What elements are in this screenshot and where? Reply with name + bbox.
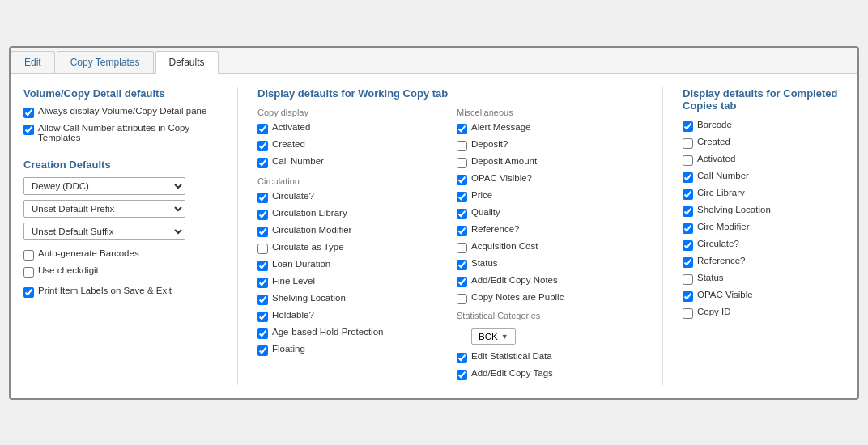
floating-checkbox[interactable] <box>257 345 268 356</box>
edit-stat-checkbox[interactable] <box>457 353 467 363</box>
acq-cost-row: Acquisition Cost <box>457 241 643 253</box>
r-circulate-checkbox[interactable] <box>683 240 693 251</box>
r-reference-label: Reference? <box>697 256 745 265</box>
tab-defaults[interactable]: Defaults <box>155 51 219 74</box>
cp-callnumber-checkbox[interactable] <box>257 158 268 168</box>
alert-msg-row: Alert Message <box>457 122 643 134</box>
prefix-select[interactable]: Unset Default Prefix <box>23 200 185 218</box>
age-hold-checkbox[interactable] <box>257 328 268 339</box>
copy-circulation-col: Copy display Activated Created Call Numb… <box>257 108 444 385</box>
print-labels-checkbox[interactable] <box>23 287 34 298</box>
r-opac-visible-label: OPAC Visible <box>697 290 753 299</box>
r-reference-checkbox[interactable] <box>683 257 693 268</box>
opac-visible-label: OPAC Visible? <box>471 173 532 183</box>
status-row: Status <box>457 258 643 270</box>
r-created-checkbox[interactable] <box>683 138 693 149</box>
classification-select[interactable]: Dewey (DDC) <box>23 177 185 195</box>
alert-msg-label: Alert Message <box>471 122 531 132</box>
r-copy-id-label: Copy ID <box>697 307 731 316</box>
r-activated-label: Activated <box>697 154 735 163</box>
shelving-loc-row: Shelving Location <box>257 293 444 305</box>
always-display-label: Always display Volume/Copy Detail pane <box>38 106 206 116</box>
circ-as-type-checkbox[interactable] <box>257 244 268 254</box>
price-checkbox[interactable] <box>457 192 467 202</box>
r-shelving-checkbox[interactable] <box>683 206 693 217</box>
r-circulate-label: Circulate? <box>697 239 739 248</box>
r-circ-lib-checkbox[interactable] <box>683 189 693 200</box>
stat-cat-label: Statistical Categories <box>457 311 643 320</box>
add-edit-notes-checkbox[interactable] <box>457 277 467 287</box>
copy-notes-public-label: Copy Notes are Public <box>471 292 564 302</box>
fine-level-label: Fine Level <box>272 276 315 286</box>
r-status-checkbox[interactable] <box>683 274 693 285</box>
r-circ-mod-checkbox[interactable] <box>683 223 693 234</box>
circ-circulate-row: Circulate? <box>257 191 444 203</box>
holdable-row: Holdable? <box>257 310 444 322</box>
loan-dur-checkbox[interactable] <box>257 261 268 271</box>
r-callnum-checkbox[interactable] <box>683 172 693 183</box>
shelving-loc-checkbox[interactable] <box>257 295 268 305</box>
tab-copy-templates[interactable]: Copy Templates <box>57 51 154 73</box>
cp-created-checkbox[interactable] <box>257 141 268 151</box>
fine-level-checkbox[interactable] <box>257 278 268 288</box>
creation-defaults-section: Creation Defaults Dewey (DDC) Unset Defa… <box>23 159 218 298</box>
circ-lib-checkbox[interactable] <box>257 210 268 220</box>
r-circ-mod-row: Circ Modifier <box>683 222 845 234</box>
holdable-label: Holdable? <box>272 310 314 320</box>
alert-msg-checkbox[interactable] <box>457 124 467 134</box>
bck-dropdown-button[interactable]: BCK ▼ <box>471 328 516 345</box>
suffix-select[interactable]: Unset Default Suffix <box>23 222 185 240</box>
checkdigit-checkbox[interactable] <box>23 267 34 278</box>
quality-checkbox[interactable] <box>457 209 467 219</box>
deposit-amt-label: Deposit Amount <box>471 156 537 166</box>
cp-activated-checkbox[interactable] <box>257 124 268 134</box>
checkdigit-label: Use checkdigit <box>38 265 99 275</box>
circ-mod-checkbox[interactable] <box>257 227 268 237</box>
reference-label: Reference? <box>471 224 519 234</box>
always-display-checkbox[interactable] <box>23 108 34 118</box>
deposit-amt-checkbox[interactable] <box>457 158 467 168</box>
floating-label: Floating <box>272 344 305 354</box>
copy-notes-public-row: Copy Notes are Public <box>457 292 643 304</box>
opac-visible-checkbox[interactable] <box>457 175 467 185</box>
fine-level-row: Fine Level <box>257 276 444 288</box>
print-labels-label: Print Item Labels on Save & Exit <box>38 286 172 295</box>
completed-title: Display defaults for Completed Copies ta… <box>683 87 845 112</box>
deposit-row: Deposit? <box>457 139 643 151</box>
opac-visible-row: OPAC Visible? <box>457 173 643 185</box>
two-col-section: Copy display Activated Created Call Numb… <box>257 108 643 385</box>
suffix-select-row: Unset Default Suffix <box>23 222 218 240</box>
r-callnum-row: Call Number <box>683 171 845 183</box>
checkdigit-checkbox-row: Use checkdigit <box>23 265 218 278</box>
add-edit-tags-row: Add/Edit Copy Tags <box>457 368 643 380</box>
circ-circulate-checkbox[interactable] <box>257 193 268 203</box>
r-barcode-checkbox[interactable] <box>683 121 693 132</box>
r-activated-checkbox[interactable] <box>683 155 693 166</box>
misc-label: Miscellaneous <box>457 108 643 117</box>
r-opac-visible-checkbox[interactable] <box>683 291 693 302</box>
r-circ-lib-label: Circ Library <box>697 188 745 197</box>
r-copy-id-checkbox[interactable] <box>683 308 693 319</box>
print-labels-checkbox-row: Print Item Labels on Save & Exit <box>23 286 218 298</box>
allow-callnum-checkbox[interactable] <box>23 125 34 135</box>
r-status-row: Status <box>683 273 845 285</box>
tab-edit[interactable]: Edit <box>11 51 55 73</box>
cp-created-row: Created <box>257 139 444 151</box>
r-circulate-row: Circulate? <box>683 239 845 251</box>
deposit-checkbox[interactable] <box>457 141 467 151</box>
misc-stat-col: Miscellaneous Alert Message Deposit? Dep… <box>457 108 643 385</box>
autogen-checkbox[interactable] <box>23 250 34 261</box>
r-callnum-label: Call Number <box>697 171 749 180</box>
add-edit-notes-label: Add/Edit Copy Notes <box>471 275 558 285</box>
add-edit-tags-checkbox[interactable] <box>457 370 467 380</box>
reference-checkbox[interactable] <box>457 226 467 236</box>
acq-cost-checkbox[interactable] <box>457 243 467 253</box>
main-window: Edit Copy Templates Defaults Volume/Copy… <box>9 46 859 400</box>
cp-callnumber-label: Call Number <box>272 156 324 166</box>
copy-notes-public-checkbox[interactable] <box>457 294 467 304</box>
circulation-label: Circulation <box>257 176 444 186</box>
status-checkbox[interactable] <box>457 260 467 270</box>
add-edit-notes-row: Add/Edit Copy Notes <box>457 275 643 287</box>
cp-callnumber-row: Call Number <box>257 156 444 168</box>
holdable-checkbox[interactable] <box>257 312 268 322</box>
